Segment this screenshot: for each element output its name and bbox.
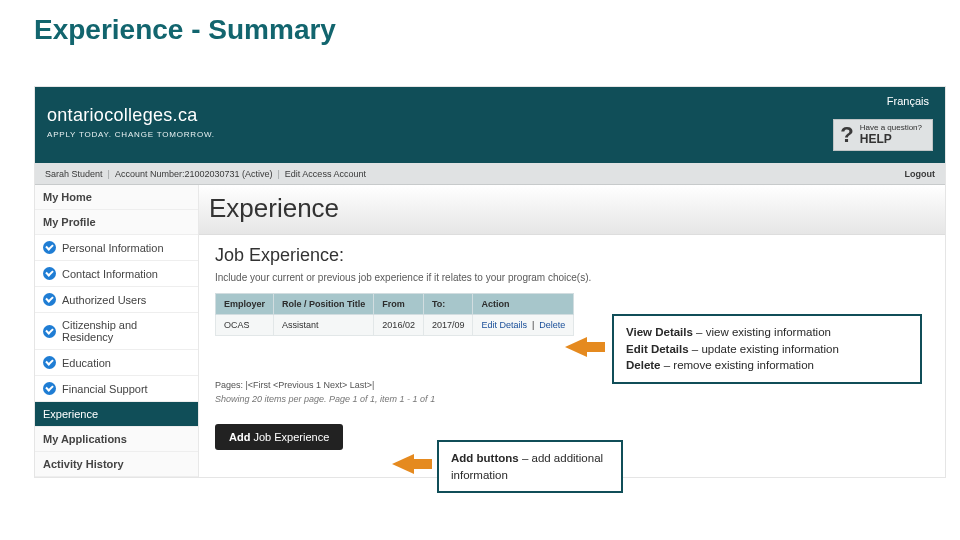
sidebar-item-personal-info[interactable]: Personal Information bbox=[35, 235, 198, 261]
slide-title: Experience - Summary bbox=[34, 14, 960, 46]
check-icon bbox=[43, 293, 56, 306]
table-header-row: Employer Role / Position Title From To: … bbox=[216, 294, 574, 315]
pager-summary: Showing 20 items per page. Page 1 of 1, … bbox=[215, 394, 929, 404]
cell-to: 2017/09 bbox=[423, 315, 473, 336]
cell-role: Assistant bbox=[274, 315, 374, 336]
col-role: Role / Position Title bbox=[274, 294, 374, 315]
account-number: 21002030731 bbox=[184, 169, 239, 179]
brand-name: ontariocolleges.ca bbox=[47, 105, 215, 126]
add-job-experience-button[interactable]: Add Job Experience bbox=[215, 424, 343, 450]
language-link[interactable]: Français bbox=[887, 95, 929, 107]
callout-bold: Add buttons bbox=[451, 452, 519, 464]
check-icon bbox=[43, 356, 56, 369]
arrow-icon bbox=[565, 337, 587, 357]
col-employer: Employer bbox=[216, 294, 274, 315]
col-to: To: bbox=[423, 294, 473, 315]
sidebar-item-activity-history[interactable]: Activity History bbox=[35, 452, 198, 477]
sidebar-item-my-profile[interactable]: My Profile bbox=[35, 210, 198, 235]
sidebar-item-label: Education bbox=[62, 357, 111, 369]
brand-tagline: APPLY TODAY. CHANGE TOMORROW. bbox=[47, 130, 215, 139]
account-status: (Active) bbox=[242, 169, 273, 179]
check-icon bbox=[43, 267, 56, 280]
separator: | bbox=[108, 169, 110, 179]
add-btn-prefix: Add bbox=[229, 431, 253, 443]
callout-bold: View Details bbox=[626, 326, 693, 338]
cell-employer: OCAS bbox=[216, 315, 274, 336]
sidebar-item-label: Authorized Users bbox=[62, 294, 146, 306]
cell-from: 2016/02 bbox=[374, 315, 424, 336]
add-btn-rest: Job Experience bbox=[253, 431, 329, 443]
account-number-label: Account Number: bbox=[115, 169, 185, 179]
help-button[interactable]: ? Have a question? HELP bbox=[833, 119, 933, 151]
section-description: Include your current or previous job exp… bbox=[215, 272, 929, 283]
callout-add: Add buttons – add additional information bbox=[437, 440, 623, 493]
help-text: Have a question? HELP bbox=[860, 124, 922, 146]
sidebar-item-authorized-users[interactable]: Authorized Users bbox=[35, 287, 198, 313]
sidebar-item-label: Contact Information bbox=[62, 268, 158, 280]
table-row: OCAS Assistant 2016/02 2017/09 Edit Deta… bbox=[216, 315, 574, 336]
check-icon bbox=[43, 325, 56, 338]
help-big: HELP bbox=[860, 133, 922, 146]
section-title: Job Experience: bbox=[215, 245, 929, 266]
check-icon bbox=[43, 382, 56, 395]
callout-text: – remove existing information bbox=[661, 359, 814, 371]
sidebar-item-education[interactable]: Education bbox=[35, 350, 198, 376]
callout-text: – update existing information bbox=[689, 343, 839, 355]
sidebar-item-financial-support[interactable]: Financial Support bbox=[35, 376, 198, 402]
logout-link[interactable]: Logout bbox=[905, 169, 936, 179]
check-icon bbox=[43, 241, 56, 254]
sidebar: My Home My Profile Personal Information … bbox=[35, 185, 199, 477]
callout-actions: View Details – view existing information… bbox=[612, 314, 922, 384]
callout-text: – view existing information bbox=[693, 326, 831, 338]
brand: ontariocolleges.ca APPLY TODAY. CHANGE T… bbox=[47, 105, 215, 139]
app-screenshot: Français ontariocolleges.ca APPLY TODAY.… bbox=[34, 86, 946, 478]
sidebar-item-my-home[interactable]: My Home bbox=[35, 185, 198, 210]
experience-table: Employer Role / Position Title From To: … bbox=[215, 293, 574, 336]
edit-access-link[interactable]: Edit Access Account bbox=[285, 169, 366, 179]
sidebar-item-label: Financial Support bbox=[62, 383, 148, 395]
arrow-icon bbox=[392, 454, 414, 474]
sidebar-item-experience[interactable]: Experience bbox=[35, 402, 198, 427]
account-name: Sarah Student bbox=[45, 169, 103, 179]
separator: | bbox=[278, 169, 280, 179]
sidebar-item-citizenship[interactable]: Citizenship and Residency bbox=[35, 313, 198, 350]
app-header: Français ontariocolleges.ca APPLY TODAY.… bbox=[35, 87, 945, 163]
callout-bold: Edit Details bbox=[626, 343, 689, 355]
col-action: Action bbox=[473, 294, 574, 315]
sidebar-item-label: Personal Information bbox=[62, 242, 164, 254]
sidebar-item-contact-info[interactable]: Contact Information bbox=[35, 261, 198, 287]
question-mark-icon: ? bbox=[840, 124, 853, 146]
edit-details-link[interactable]: Edit Details bbox=[481, 320, 527, 330]
callout-bold: Delete bbox=[626, 359, 661, 371]
sidebar-item-my-applications[interactable]: My Applications bbox=[35, 427, 198, 452]
page-title: Experience bbox=[199, 185, 945, 235]
col-from: From bbox=[374, 294, 424, 315]
account-bar: Sarah Student | Account Number: 21002030… bbox=[35, 163, 945, 185]
cell-action: Edit Details | Delete bbox=[473, 315, 574, 336]
delete-link[interactable]: Delete bbox=[539, 320, 565, 330]
sidebar-item-label: Citizenship and Residency bbox=[62, 319, 190, 343]
